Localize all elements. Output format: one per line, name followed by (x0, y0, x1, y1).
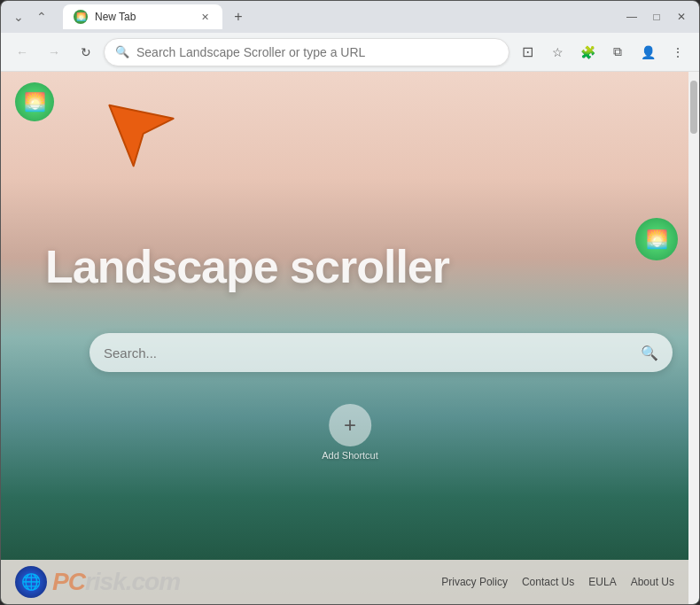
close-button[interactable]: ✕ (671, 6, 692, 27)
logo-top-right: 🌅 (635, 218, 678, 260)
add-shortcut-circle[interactable]: + (329, 404, 371, 446)
contact-us-link[interactable]: Contact Us (522, 576, 574, 588)
menu-button[interactable]: ⋮ (664, 38, 692, 66)
footer-brand: PCrisk.com (52, 568, 180, 596)
search-icon: 🔍 (115, 45, 129, 58)
search-button-icon[interactable]: 🔍 (641, 345, 658, 361)
minimize-button[interactable]: — (621, 6, 642, 27)
nav-actions: ⊡ ☆ 🧩 ⧉ 👤 ⋮ (513, 38, 692, 66)
search-bar[interactable]: 🔍 (89, 333, 673, 372)
browser-window: ⌄ ⌃ 🌅 New Tab ✕ + — □ ✕ ← → ↻ 🔍 ⊡ ☆ � (0, 0, 700, 605)
maximize-button[interactable]: □ (646, 6, 667, 27)
add-shortcut[interactable]: + Add Shortcut (322, 404, 378, 461)
eula-link[interactable]: EULA (588, 576, 616, 588)
active-tab[interactable]: 🌅 New Tab ✕ (63, 4, 222, 29)
navbar: ← → ↻ 🔍 ⊡ ☆ 🧩 ⧉ 👤 ⋮ (1, 33, 699, 72)
titlebar: ⌄ ⌃ 🌅 New Tab ✕ + — □ ✕ (1, 1, 699, 33)
main-title: Landscape scroller (45, 240, 628, 293)
landscape-logo-icon: 🌅 (24, 91, 46, 112)
search-input[interactable] (104, 345, 634, 361)
chevron-controls: ⌄ ⌃ (8, 6, 52, 27)
page-content: 🌅 🌅 Landscape scroller 🔍 + Add Shortcut (1, 72, 699, 604)
page-footer: 🌐 PCrisk.com Privacy Policy Contact Us E… (1, 560, 688, 604)
address-input[interactable] (136, 45, 498, 59)
extensions-button[interactable]: 🧩 (573, 38, 602, 66)
bookmark-button[interactable]: ☆ (543, 38, 572, 66)
footer-brand-pc: PC (52, 568, 85, 595)
back-button[interactable]: ← (8, 38, 36, 66)
about-us-link[interactable]: About Us (631, 576, 674, 588)
scrollbar[interactable] (688, 72, 699, 604)
logo-top-left: 🌅 (15, 82, 54, 121)
add-shortcut-label: Add Shortcut (322, 450, 378, 461)
cast-button[interactable]: ⊡ (513, 38, 541, 66)
privacy-policy-link[interactable]: Privacy Policy (441, 576, 508, 588)
split-button[interactable]: ⧉ (603, 38, 632, 66)
scroll-thumb[interactable] (690, 81, 697, 134)
pcrisk-logo-icon: 🌐 (15, 566, 47, 598)
tab-area: 🌅 New Tab ✕ + (63, 1, 618, 33)
profile-button[interactable]: 👤 (634, 38, 662, 66)
chevron-down-btn[interactable]: ⌄ (8, 6, 29, 27)
address-bar[interactable]: 🔍 (104, 38, 509, 66)
tab-title: New Tab (95, 11, 191, 23)
window-controls: — □ ✕ (621, 6, 692, 27)
forward-button[interactable]: → (40, 38, 68, 66)
tab-close-button[interactable]: ✕ (198, 10, 212, 24)
tab-favicon: 🌅 (74, 10, 88, 24)
reload-button[interactable]: ↻ (72, 38, 100, 66)
footer-links: Privacy Policy Contact Us EULA About Us (441, 576, 674, 588)
landscape-logo-icon-right: 🌅 (646, 229, 668, 250)
new-tab-button[interactable]: + (226, 4, 251, 29)
chevron-up-btn[interactable]: ⌃ (31, 6, 52, 27)
footer-logo: 🌐 PCrisk.com (15, 566, 180, 598)
